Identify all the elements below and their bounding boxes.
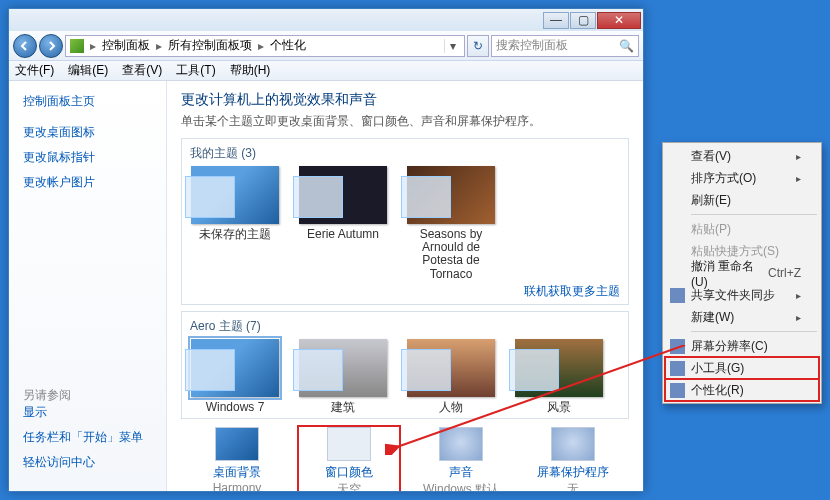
- screensaver-option[interactable]: 屏幕保护程序 无: [523, 427, 623, 491]
- ctx-undo-rename[interactable]: 撤消 重命名(U)Ctrl+Z: [665, 262, 819, 284]
- ctx-paste: 粘贴(P): [665, 218, 819, 240]
- sidebar-taskbar[interactable]: 任务栏和「开始」菜单: [23, 429, 152, 446]
- more-themes-link[interactable]: 联机获取更多主题: [524, 284, 620, 298]
- option-label: 桌面背景: [187, 464, 287, 481]
- breadcrumb[interactable]: ▸ 控制面板 ▸ 所有控制面板项 ▸ 个性化 ▾: [65, 35, 465, 57]
- ctx-label: 小工具(G): [691, 360, 744, 377]
- menu-view[interactable]: 查看(V): [122, 62, 162, 79]
- ctx-refresh[interactable]: 刷新(E): [665, 189, 819, 211]
- search-icon: 🔍: [619, 39, 634, 53]
- option-label: 声音: [411, 464, 511, 481]
- chevron-right-icon: ▸: [156, 39, 162, 53]
- ctx-label: 个性化(R): [691, 382, 744, 399]
- theme-name: 人物: [406, 401, 496, 414]
- sidebar: 控制面板主页 更改桌面图标 更改鼠标指针 更改帐户图片 另请参阅 显示 任务栏和…: [9, 81, 167, 491]
- page-subtitle: 单击某个主题立即更改桌面背景、窗口颜色、声音和屏幕保护程序。: [181, 113, 629, 130]
- aero-themes-label: Aero 主题 (7): [190, 318, 620, 335]
- breadcrumb-part[interactable]: 个性化: [270, 37, 306, 54]
- desktop-background-option[interactable]: 桌面背景 Harmony: [187, 427, 287, 491]
- breadcrumb-part[interactable]: 控制面板: [102, 37, 150, 54]
- theme-thumbnail: [299, 166, 387, 224]
- minimize-button[interactable]: —: [543, 12, 569, 29]
- theme-name: 未保存的主题: [190, 228, 280, 241]
- chevron-right-icon: ▸: [258, 39, 264, 53]
- ctx-label: 排序方式(O): [691, 170, 756, 187]
- ctx-shared-sync[interactable]: 共享文件夹同步▸: [665, 284, 819, 306]
- address-bar: ▸ 控制面板 ▸ 所有控制面板项 ▸ 个性化 ▾ ↻ 搜索控制面板 🔍: [9, 31, 643, 61]
- ctx-gadgets[interactable]: 小工具(G): [665, 357, 819, 379]
- see-also-label: 另请参阅: [23, 387, 152, 404]
- maximize-button[interactable]: ▢: [570, 12, 596, 29]
- sidebar-desktop-icons[interactable]: 更改桌面图标: [23, 124, 152, 141]
- menu-bar: 文件(F) 编辑(E) 查看(V) 工具(T) 帮助(H): [9, 61, 643, 81]
- sidebar-ease-of-access[interactable]: 轻松访问中心: [23, 454, 152, 471]
- theme-item[interactable]: Windows 7: [190, 339, 280, 414]
- ctx-sort[interactable]: 排序方式(O)▸: [665, 167, 819, 189]
- theme-item[interactable]: 人物: [406, 339, 496, 414]
- chevron-right-icon: ▸: [796, 151, 801, 162]
- refresh-button[interactable]: ↻: [467, 35, 489, 57]
- menu-edit[interactable]: 编辑(E): [68, 62, 108, 79]
- search-input[interactable]: 搜索控制面板 🔍: [491, 35, 639, 57]
- separator: [691, 214, 817, 215]
- sounds-option[interactable]: 声音 Windows 默认: [411, 427, 511, 491]
- menu-tools[interactable]: 工具(T): [176, 62, 215, 79]
- theme-item[interactable]: 未保存的主题: [190, 166, 280, 281]
- content-area: 更改计算机上的视觉效果和声音 单击某个主题立即更改桌面背景、窗口颜色、声音和屏幕…: [167, 81, 643, 491]
- option-value: 天空: [299, 481, 399, 491]
- ctx-new[interactable]: 新建(W)▸: [665, 306, 819, 328]
- window-color-option[interactable]: 窗口颜色 天空: [299, 427, 399, 491]
- ctx-screen-resolution[interactable]: 屏幕分辨率(C): [665, 335, 819, 357]
- monitor-icon: [670, 339, 685, 354]
- theme-thumbnail: [191, 166, 279, 224]
- gadget-icon: [670, 361, 685, 376]
- chevron-right-icon: ▸: [796, 173, 801, 184]
- menu-help[interactable]: 帮助(H): [230, 62, 271, 79]
- ctx-label: 刷新(E): [691, 192, 731, 209]
- ctx-label: 粘贴(P): [691, 221, 731, 238]
- sidebar-home[interactable]: 控制面板主页: [23, 93, 152, 110]
- option-value: Windows 默认: [411, 481, 511, 491]
- sync-icon: [670, 288, 685, 303]
- theme-thumbnail: [407, 166, 495, 224]
- ctx-label: 查看(V): [691, 148, 731, 165]
- sidebar-display[interactable]: 显示: [23, 404, 152, 421]
- ctx-personalize[interactable]: 个性化(R): [665, 379, 819, 401]
- screensaver-icon: [551, 427, 595, 461]
- ctx-label: 屏幕分辨率(C): [691, 338, 768, 355]
- option-label: 屏幕保护程序: [523, 464, 623, 481]
- breadcrumb-part[interactable]: 所有控制面板项: [168, 37, 252, 54]
- theme-item[interactable]: 风景: [514, 339, 604, 414]
- theme-name: Windows 7: [190, 401, 280, 414]
- back-button[interactable]: [13, 34, 37, 58]
- sidebar-mouse-pointers[interactable]: 更改鼠标指针: [23, 149, 152, 166]
- chevron-right-icon: ▸: [796, 290, 801, 301]
- theme-item[interactable]: Eerie Autumn: [298, 166, 388, 281]
- theme-name: Seasons by Arnould de Potesta de Tornaco: [406, 228, 496, 281]
- ctx-label: 新建(W): [691, 309, 734, 326]
- separator: [691, 331, 817, 332]
- option-value: 无: [523, 481, 623, 491]
- desktop-context-menu: 查看(V)▸ 排序方式(O)▸ 刷新(E) 粘贴(P) 粘贴快捷方式(S) 撤消…: [662, 142, 822, 404]
- theme-name: 风景: [514, 401, 604, 414]
- desktop-background-icon: [215, 427, 259, 461]
- ctx-view[interactable]: 查看(V)▸: [665, 145, 819, 167]
- close-button[interactable]: ✕: [597, 12, 641, 29]
- theme-item[interactable]: Seasons by Arnould de Potesta de Tornaco: [406, 166, 496, 281]
- page-title: 更改计算机上的视觉效果和声音: [181, 91, 629, 109]
- theme-thumbnail: [515, 339, 603, 397]
- theme-thumbnail: [191, 339, 279, 397]
- theme-name: Eerie Autumn: [298, 228, 388, 241]
- theme-thumbnail: [299, 339, 387, 397]
- option-label: 窗口颜色: [299, 464, 399, 481]
- titlebar: — ▢ ✕: [9, 9, 643, 31]
- chevron-down-icon[interactable]: ▾: [444, 39, 460, 53]
- bottom-options: 桌面背景 Harmony 窗口颜色 天空 声音 Windows 默认 屏幕保护程…: [181, 427, 629, 491]
- forward-button[interactable]: [39, 34, 63, 58]
- sounds-icon: [439, 427, 483, 461]
- theme-name: 建筑: [298, 401, 388, 414]
- theme-item[interactable]: 建筑: [298, 339, 388, 414]
- control-panel-icon: [70, 39, 84, 53]
- sidebar-account-picture[interactable]: 更改帐户图片: [23, 174, 152, 191]
- menu-file[interactable]: 文件(F): [15, 62, 54, 79]
